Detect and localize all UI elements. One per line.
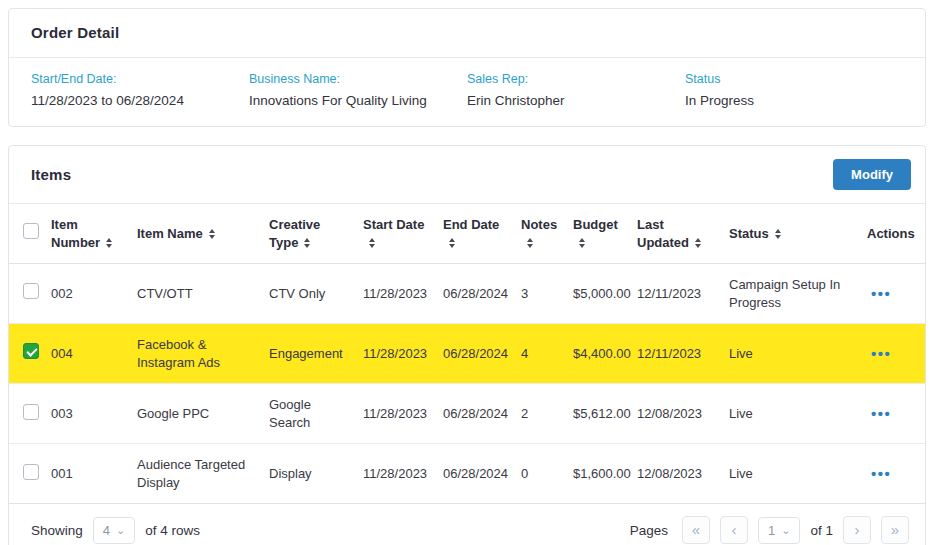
column-header-end-date[interactable]: End Date	[437, 204, 515, 264]
table-row: 001 Audience Targeted Display Display 11…	[9, 444, 925, 504]
cell-notes: 0	[515, 444, 567, 504]
field-label: Status	[685, 72, 891, 86]
order-detail-title: Order Detail	[31, 24, 119, 41]
select-all-checkbox[interactable]	[23, 223, 39, 239]
column-header-status[interactable]: Status	[723, 204, 861, 264]
cell-end-date: 06/28/2024	[437, 384, 515, 444]
page-select[interactable]: 1 ⌄	[758, 517, 800, 544]
cell-end-date: 06/28/2024	[437, 324, 515, 384]
rows-per-page-select[interactable]: 4 ⌄	[93, 517, 135, 544]
cell-budget: $1,600.00	[567, 444, 631, 504]
field-value: 11/28/2023 to 06/28/2024	[31, 93, 237, 108]
cell-budget: $5,612.00	[567, 384, 631, 444]
pages-label: Pages	[630, 523, 668, 538]
column-header-item-name[interactable]: Item Name	[131, 204, 263, 264]
chevron-right-icon: ›	[855, 521, 860, 538]
cell-item-number: 004	[45, 324, 131, 384]
field-value: In Progress	[685, 93, 891, 108]
order-detail-header: Order Detail	[9, 9, 925, 58]
column-header-item-number[interactable]: Item Number	[45, 204, 131, 264]
cell-item-number: 001	[45, 444, 131, 504]
items-title: Items	[31, 166, 71, 183]
next-page-button[interactable]: ›	[843, 516, 871, 544]
cell-item-number: 002	[45, 264, 131, 324]
cell-creative-type: Google Search	[263, 384, 357, 444]
cell-status: Live	[723, 324, 861, 384]
previous-page-button[interactable]: ‹	[720, 516, 748, 544]
double-chevron-left-icon: «	[692, 521, 700, 538]
field-label: Start/End Date:	[31, 72, 237, 86]
cell-item-number: 003	[45, 384, 131, 444]
cell-budget: $4,400.00	[567, 324, 631, 384]
cell-notes: 4	[515, 324, 567, 384]
row-checkbox[interactable]	[23, 404, 39, 420]
cell-last-updated: 12/11/2023	[631, 264, 723, 324]
sort-icon[interactable]	[304, 238, 310, 248]
actions-menu-button[interactable]: •••	[867, 283, 895, 304]
sort-icon[interactable]	[579, 238, 585, 248]
last-page-button[interactable]: »	[881, 516, 909, 544]
chevron-down-icon: ⌄	[781, 527, 790, 533]
column-header-creative-type[interactable]: Creative Type	[263, 204, 357, 264]
column-header-notes[interactable]: Notes	[515, 204, 567, 264]
cell-notes: 3	[515, 264, 567, 324]
table-row: 004 Facebook & Instagram Ads Engagement …	[9, 324, 925, 384]
cell-end-date: 06/28/2024	[437, 264, 515, 324]
table-row: 002 CTV/OTT CTV Only 11/28/2023 06/28/20…	[9, 264, 925, 324]
column-header-start-date[interactable]: Start Date	[357, 204, 437, 264]
sort-icon[interactable]	[449, 238, 455, 248]
rows-per-page-value: 4	[103, 523, 110, 538]
actions-menu-button[interactable]: •••	[867, 343, 895, 364]
sort-icon[interactable]	[527, 238, 533, 248]
order-detail-fields: Start/End Date: 11/28/2023 to 06/28/2024…	[9, 58, 925, 126]
cell-budget: $5,000.00	[567, 264, 631, 324]
table-row: 003 Google PPC Google Search 11/28/2023 …	[9, 384, 925, 444]
cell-start-date: 11/28/2023	[357, 264, 437, 324]
first-page-button[interactable]: «	[682, 516, 710, 544]
current-page-value: 1	[768, 523, 775, 538]
cell-start-date: 11/28/2023	[357, 384, 437, 444]
cell-creative-type: Display	[263, 444, 357, 504]
sort-icon[interactable]	[209, 229, 215, 239]
cell-item-name: Facebook & Instagram Ads	[131, 324, 263, 384]
field-start-end-date: Start/End Date: 11/28/2023 to 06/28/2024	[31, 72, 249, 108]
cell-last-updated: 12/08/2023	[631, 384, 723, 444]
cell-status: Campaign Setup In Progress	[723, 264, 861, 324]
field-label: Sales Rep:	[467, 72, 673, 86]
cell-creative-type: Engagement	[263, 324, 357, 384]
row-checkbox[interactable]	[23, 283, 39, 299]
order-detail-panel: Order Detail Start/End Date: 11/28/2023 …	[8, 8, 926, 127]
ellipsis-icon: •••	[871, 465, 891, 482]
sort-icon[interactable]	[775, 229, 781, 239]
chevron-left-icon: ‹	[732, 521, 737, 538]
table-header-row: Item Number Item Name Creative Type Star…	[9, 204, 925, 264]
field-status: Status In Progress	[685, 72, 903, 108]
cell-item-name: Google PPC	[131, 384, 263, 444]
field-value: Innovations For Quality Living	[249, 93, 455, 108]
sort-icon[interactable]	[369, 238, 375, 248]
column-header-budget[interactable]: Budget	[567, 204, 631, 264]
sort-icon[interactable]	[695, 238, 701, 248]
cell-item-name: Audience Targeted Display	[131, 444, 263, 504]
showing-label: Showing	[31, 523, 83, 538]
cell-notes: 2	[515, 384, 567, 444]
column-header-actions: Actions	[861, 204, 925, 264]
field-value: Erin Christopher	[467, 93, 673, 108]
double-chevron-right-icon: »	[891, 521, 899, 538]
cell-last-updated: 12/11/2023	[631, 324, 723, 384]
sort-icon[interactable]	[106, 238, 112, 248]
items-table: Item Number Item Name Creative Type Star…	[9, 204, 925, 504]
actions-menu-button[interactable]: •••	[867, 463, 895, 484]
field-business-name: Business Name: Innovations For Quality L…	[249, 72, 467, 108]
cell-end-date: 06/28/2024	[437, 444, 515, 504]
row-checkbox[interactable]	[23, 343, 39, 359]
cell-creative-type: CTV Only	[263, 264, 357, 324]
field-label: Business Name:	[249, 72, 455, 86]
items-panel: Items Modify Item Number Item Name Creat…	[8, 145, 926, 545]
cell-item-name: CTV/OTT	[131, 264, 263, 324]
column-header-last-updated[interactable]: Last Updated	[631, 204, 723, 264]
actions-menu-button[interactable]: •••	[867, 403, 895, 424]
row-checkbox[interactable]	[23, 464, 39, 480]
cell-status: Live	[723, 384, 861, 444]
modify-button[interactable]: Modify	[833, 159, 911, 190]
